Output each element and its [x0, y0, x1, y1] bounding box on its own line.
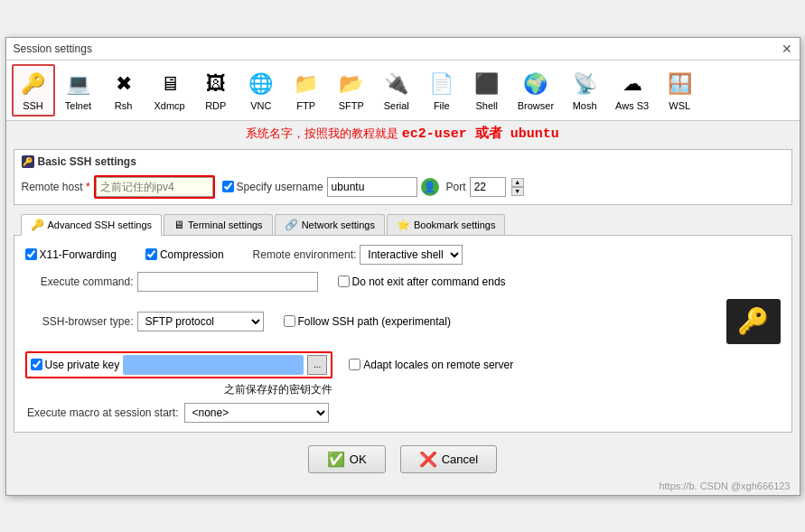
- protocol-sftp-label: SFTP: [339, 100, 364, 111]
- button-bar: ✅ OK ❌ Cancel: [6, 436, 800, 481]
- protocol-serial[interactable]: 🔌 Serial: [375, 64, 418, 117]
- protocol-rsh[interactable]: ✖ Rsh: [102, 64, 145, 117]
- mosh-icon: 📡: [570, 70, 599, 98]
- adv-row4: Use private key ... Adapt locales on rem…: [25, 351, 781, 378]
- execute-command-input[interactable]: [137, 272, 318, 292]
- protocol-ftp[interactable]: 📁 FTP: [285, 64, 328, 117]
- tab-terminal[interactable]: 🖥 Terminal settings: [164, 214, 273, 235]
- tab-network-label: Network settings: [302, 219, 375, 230]
- adv-row2: Execute command: Do not exit after comma…: [25, 272, 781, 292]
- specify-username-checkbox-group[interactable]: Specify username: [222, 181, 323, 193]
- protocol-shell[interactable]: ⬛ Shell: [465, 64, 509, 117]
- execute-macro-label: Execute macro at session start:: [25, 406, 179, 419]
- adapt-locales-checkbox-group[interactable]: Adapt locales on remote server: [349, 359, 513, 371]
- protocol-ssh[interactable]: 🔑 SSH: [12, 64, 55, 117]
- protocol-mosh-label: Mosh: [573, 100, 597, 111]
- ssh-browser-select[interactable]: SFTP protocol SCP protocol: [137, 312, 264, 331]
- tab-advanced-icon: 🔑: [31, 219, 44, 231]
- ok-button[interactable]: ✅ OK: [308, 445, 386, 473]
- wsl-icon: 🪟: [665, 70, 694, 98]
- basic-fields-row: Remote host * Specify username 👤 Port: [22, 175, 784, 199]
- username-group: Specify username 👤: [222, 177, 439, 197]
- serial-icon: 🔌: [382, 70, 411, 98]
- username-input[interactable]: [327, 177, 417, 197]
- follow-ssh-checkbox[interactable]: [284, 315, 295, 327]
- protocol-awss3[interactable]: ☁ Aws S3: [608, 64, 656, 117]
- ssh-browser-label: SSH-browser type:: [25, 315, 134, 328]
- x11-checkbox-group[interactable]: X11-Forwarding: [25, 248, 117, 261]
- window-title: Session settings: [14, 42, 92, 55]
- tab-network[interactable]: 🔗 Network settings: [275, 214, 385, 235]
- port-up[interactable]: ▲: [511, 178, 524, 187]
- compression-checkbox-group[interactable]: Compression: [145, 248, 224, 261]
- cancel-button[interactable]: ❌ Cancel: [400, 445, 497, 473]
- no-exit-checkbox[interactable]: [338, 275, 350, 287]
- protocol-serial-label: Serial: [384, 100, 409, 111]
- follow-ssh-label[interactable]: Follow SSH path (experimental): [298, 315, 451, 328]
- protocol-shell-label: Shell: [476, 100, 498, 111]
- x11-label[interactable]: X11-Forwarding: [40, 248, 117, 261]
- compression-label[interactable]: Compression: [160, 248, 224, 261]
- protocol-vnc[interactable]: 🌐 VNC: [239, 64, 283, 117]
- cancel-icon: ❌: [419, 451, 437, 468]
- execute-macro-select[interactable]: <none>: [184, 403, 329, 423]
- protocol-file-label: File: [434, 100, 450, 111]
- ftp-icon: 📁: [292, 70, 321, 98]
- xdmcp-icon: 🖥: [155, 70, 184, 98]
- tab-bookmark[interactable]: ⭐ Bookmark settings: [387, 214, 505, 235]
- remote-host-wrapper: [94, 175, 215, 199]
- specify-username-label[interactable]: Specify username: [237, 181, 323, 193]
- protocol-browser[interactable]: 🌍 Browser: [510, 64, 561, 117]
- person-icon[interactable]: 👤: [421, 178, 439, 196]
- specify-username-checkbox[interactable]: [222, 181, 234, 192]
- use-private-key-label[interactable]: Use private key: [45, 359, 120, 371]
- basic-ssh-title-text: Basic SSH settings: [38, 155, 136, 168]
- close-button[interactable]: ✕: [782, 42, 792, 56]
- execute-macro-row: Execute macro at session start: <none>: [25, 403, 781, 423]
- protocol-wsl-label: WSL: [669, 100, 690, 111]
- browse-button[interactable]: ...: [307, 355, 327, 375]
- port-input[interactable]: [470, 177, 506, 197]
- annotation-highlight: ec2-user 或者 ubuntu: [402, 126, 559, 142]
- adapt-locales-label[interactable]: Adapt locales on remote server: [363, 359, 513, 371]
- use-private-key-checkbox[interactable]: [31, 359, 42, 370]
- protocol-telnet[interactable]: 💻 Telnet: [57, 64, 100, 117]
- follow-ssh-checkbox-group[interactable]: Follow SSH path (experimental): [284, 315, 451, 328]
- tab-terminal-label: Terminal settings: [188, 219, 263, 230]
- basic-ssh-title: 🔑 Basic SSH settings: [22, 155, 784, 168]
- x11-checkbox[interactable]: [25, 248, 37, 260]
- key-annotation-text: 之前保存好的密钥文件: [224, 383, 332, 396]
- tab-terminal-icon: 🖥: [173, 219, 184, 231]
- protocol-ssh-label: SSH: [23, 100, 43, 111]
- protocol-rdp[interactable]: 🖼 RDP: [194, 64, 238, 117]
- basic-ssh-icon: 🔑: [22, 155, 34, 168]
- key-icon-container: 🔑: [462, 299, 781, 344]
- execute-command-group: Execute command:: [25, 272, 318, 292]
- compression-checkbox[interactable]: [145, 248, 157, 260]
- advanced-tabs-bar: 🔑 Advanced SSH settings 🖥 Terminal setti…: [14, 210, 792, 236]
- tab-network-icon: 🔗: [285, 219, 298, 231]
- watermark-text: https://b. CSDN @xgh666123: [659, 481, 790, 491]
- key-annotation: 之前保存好的密钥文件: [224, 382, 781, 397]
- cancel-label: Cancel: [442, 453, 478, 466]
- no-exit-label[interactable]: Do not exit after command ends: [352, 275, 506, 288]
- remote-env-select[interactable]: Interactive shell Bash: [360, 245, 463, 265]
- protocol-sftp[interactable]: 📂 SFTP: [330, 64, 373, 117]
- remote-host-group: Remote host *: [22, 175, 215, 199]
- use-private-key-checkbox-group[interactable]: Use private key: [31, 359, 120, 371]
- remote-host-input[interactable]: [96, 177, 213, 197]
- port-group: Port ▲ ▼: [446, 177, 524, 197]
- tab-advanced[interactable]: 🔑 Advanced SSH settings: [21, 214, 163, 236]
- protocol-mosh[interactable]: 📡 Mosh: [563, 64, 606, 117]
- protocol-wsl[interactable]: 🪟 WSL: [658, 64, 701, 117]
- browser-icon: 🌍: [521, 70, 550, 98]
- no-exit-checkbox-group[interactable]: Do not exit after command ends: [338, 272, 506, 292]
- private-key-input[interactable]: [123, 355, 304, 375]
- protocol-xdmcp[interactable]: 🖥 Xdmcp: [147, 64, 192, 117]
- protocol-awss3-label: Aws S3: [615, 100, 649, 111]
- vnc-icon: 🌐: [247, 70, 276, 98]
- tab-bookmark-label: Bookmark settings: [414, 219, 495, 230]
- port-down[interactable]: ▼: [511, 187, 524, 196]
- adapt-locales-checkbox[interactable]: [349, 359, 360, 370]
- protocol-file[interactable]: 📄 File: [420, 64, 463, 117]
